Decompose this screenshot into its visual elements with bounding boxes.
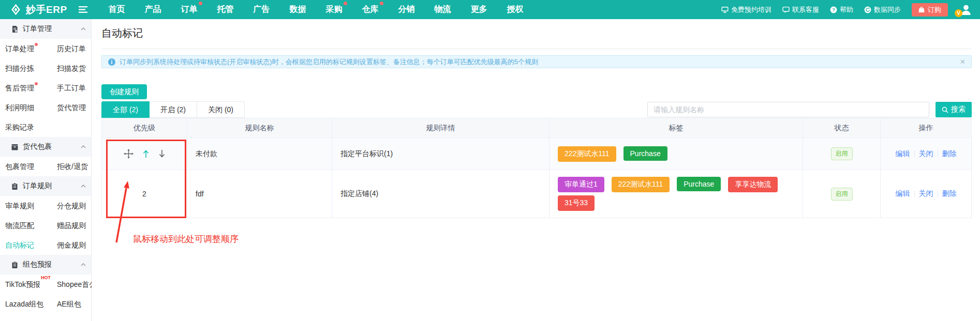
package-icon <box>11 143 19 151</box>
tags-cell: 222测试水111 Purchase <box>550 138 803 170</box>
svg-text:?: ? <box>832 7 835 12</box>
data-sync-link[interactable]: 数据同步 <box>864 5 901 14</box>
sidebar-section-pack-forecast[interactable]: 组包预报 <box>0 255 91 274</box>
table-header-row: 优先级 规则名称 规则详情 标签 状态 操作 <box>102 118 972 138</box>
tab-disabled[interactable]: 关闭 (0) <box>197 101 245 118</box>
nav-item-more[interactable]: 更多 <box>461 4 497 15</box>
divider <box>101 49 972 49</box>
notification-dot <box>199 2 202 5</box>
chevron-up-icon <box>81 27 86 30</box>
vip-badge: V <box>955 9 962 17</box>
order-tag: Purchase <box>623 146 667 161</box>
nav-item-home[interactable]: 首页 <box>99 4 135 15</box>
column-header-status: 状态 <box>803 118 881 138</box>
search-area: 搜索 <box>647 102 972 117</box>
notification-dot <box>344 2 347 5</box>
sidebar-item-lazada-pack[interactable]: Lazada组包 <box>0 294 52 314</box>
menu-toggle-icon[interactable] <box>79 6 87 13</box>
status-badge: 启用 <box>831 188 853 201</box>
table-row: 2 fdf 指定店铺(4) 审单通过1 222测试水111 Purchase 享… <box>102 170 972 218</box>
disable-link[interactable]: 关闭 <box>919 149 933 158</box>
disable-link[interactable]: 关闭 <box>919 189 933 197</box>
banner-text: 订单同步到系统待处理或待审核状态(开启审核状态)时，会根据您启用的标记规则设置标… <box>120 57 538 67</box>
sync-icon <box>864 6 871 13</box>
sidebar-item-tiktok-forecast[interactable]: TikTok预报HOT <box>0 274 52 294</box>
order-doc-icon <box>11 25 19 33</box>
sidebar-item-review-rules[interactable]: 审单规则 <box>0 196 52 216</box>
clipboard-icon <box>11 182 19 190</box>
sidebar-item-after-sales[interactable]: 售后管理 <box>0 78 52 98</box>
sidebar-item-auto-tagging[interactable]: 自动标记 <box>0 235 52 255</box>
sidebar-item-manual-orders[interactable]: 手工订单 <box>52 78 91 98</box>
sidebar-item-order-processing[interactable]: 订单处理 <box>0 39 52 58</box>
search-button[interactable]: 搜索 <box>936 102 972 117</box>
nav-item-authorization[interactable]: 授权 <box>497 4 533 15</box>
sidebar-item-scan-shipping[interactable]: 扫描发货 <box>52 58 91 78</box>
edit-link[interactable]: 编辑 <box>896 189 910 197</box>
search-icon <box>942 106 948 113</box>
nav-item-data[interactable]: 数据 <box>280 4 316 15</box>
nav-item-products[interactable]: 产品 <box>135 4 171 15</box>
nav-item-purchasing[interactable]: 采购 <box>316 4 352 15</box>
column-header-rule-name: 规则名称 <box>187 118 332 138</box>
app-logo[interactable]: 妙手ERP <box>9 3 67 17</box>
sidebar-section-forwarder-packages[interactable]: 货代包裹 <box>0 137 91 157</box>
order-tag: 222测试水111 <box>558 146 616 162</box>
sidebar-item-forwarder-management[interactable]: 货代管理 <box>52 98 91 117</box>
create-rule-button[interactable]: 创建规则 <box>101 84 147 99</box>
sidebar-item-purchase-records[interactable]: 采购记录 <box>0 117 52 137</box>
hot-badge: HOT <box>41 276 51 280</box>
sidebar-item-logistics-matching[interactable]: 物流匹配 <box>0 216 52 235</box>
sidebar-item-commission-rules[interactable]: 佣金规则 <box>52 235 91 255</box>
sidebar-item-profit-detail[interactable]: 利润明细 <box>0 98 52 117</box>
subscribe-button[interactable]: 订购 <box>912 3 948 17</box>
sidebar-section-order-management[interactable]: 订单管理 <box>0 19 91 39</box>
order-tag: Purchase <box>677 177 721 191</box>
logo-text: 妙手ERP <box>26 3 67 17</box>
top-nav-bar: 妙手ERP 首页 产品 订单 托管 广告 数据 采购 仓库 分销 物流 更多 授… <box>0 0 980 19</box>
move-icon[interactable] <box>124 149 133 159</box>
rules-table: 优先级 规则名称 规则详情 标签 状态 操作 <box>101 118 972 218</box>
sidebar-item-scan-sorting[interactable]: 扫描分拣 <box>0 58 52 78</box>
divider <box>914 191 915 197</box>
user-avatar[interactable]: V <box>959 3 973 17</box>
sidebar-section-order-rules[interactable]: 订单规则 <box>0 176 91 196</box>
column-header-tags: 标签 <box>550 118 803 138</box>
column-header-rule-detail: 规则详情 <box>332 118 550 138</box>
actions-cell: 编辑关闭删除 <box>881 170 972 218</box>
edit-link[interactable]: 编辑 <box>896 149 910 158</box>
tab-all[interactable]: 全部 (2) <box>101 101 150 118</box>
sidebar-item-gift-rules[interactable]: 赠品规则 <box>52 216 91 235</box>
nav-item-warehouse[interactable]: 仓库 <box>352 4 389 15</box>
nav-item-ads[interactable]: 广告 <box>244 4 280 15</box>
annotation-text: 鼠标移动到此处可调整顺序 <box>133 233 239 245</box>
sidebar-section-items: 审单规则 分仓规则 物流匹配 赠品规则 自动标记 佣金规则 <box>0 196 91 255</box>
main-content: 自动标记 订单同步到系统待处理或待审核状态(开启审核状态)时，会根据您启用的标记… <box>92 19 980 321</box>
rule-name-search-input[interactable] <box>647 102 929 117</box>
sidebar-section-items: 订单处理 历史订单 扫描分拣 扫描发货 售后管理 手工订单 利润明细 货代管理 … <box>0 39 91 137</box>
arrow-up-icon[interactable] <box>142 149 150 158</box>
contact-support-link[interactable]: 联系客服 <box>782 5 819 14</box>
arrow-down-icon[interactable] <box>158 149 166 158</box>
nav-item-distribution[interactable]: 分销 <box>389 4 425 15</box>
sidebar-item-history-orders[interactable]: 历史订单 <box>52 39 91 58</box>
nav-item-hosting[interactable]: 托管 <box>207 4 244 15</box>
help-link[interactable]: ? 帮助 <box>830 5 853 14</box>
tab-enabled[interactable]: 开启 (2) <box>150 101 197 118</box>
nav-item-logistics[interactable]: 物流 <box>425 4 461 15</box>
sidebar-item-package-management[interactable]: 包裹管理 <box>0 157 52 176</box>
nav-item-orders[interactable]: 订单 <box>171 4 207 15</box>
free-training-link[interactable]: 免费预约培训 <box>721 5 771 14</box>
tab-bar: 全部 (2) 开启 (2) 关闭 (0) 搜索 <box>101 101 972 118</box>
column-header-priority: 优先级 <box>102 118 187 138</box>
sidebar-item-warehouse-split-rules[interactable]: 分仓规则 <box>52 196 91 216</box>
delete-link[interactable]: 删除 <box>942 189 957 197</box>
delete-link[interactable]: 删除 <box>942 149 957 158</box>
close-icon[interactable]: × <box>960 58 965 66</box>
page-title: 自动标记 <box>101 26 972 40</box>
chat-icon <box>782 6 790 13</box>
divider <box>938 150 938 157</box>
sidebar-item-rejected-returns[interactable]: 拒收/退货 <box>52 157 91 176</box>
rule-detail-cell: 指定平台标识(1) <box>332 138 550 170</box>
table-row: 未付款 指定平台标识(1) 222测试水111 Purchase 启用 编辑关闭… <box>102 138 972 170</box>
